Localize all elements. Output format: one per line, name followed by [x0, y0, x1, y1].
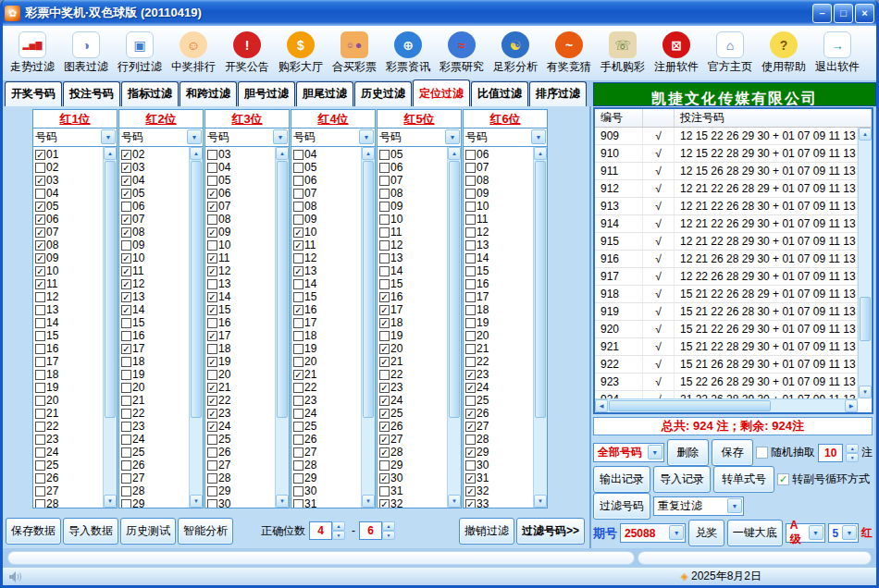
bet-row[interactable]: 912√12 21 22 26 28 29 + 01 07 09 11 13: [595, 180, 858, 198]
number-checkbox[interactable]: ✓: [465, 499, 476, 508]
number-type-combo[interactable]: 号码▼: [119, 129, 203, 147]
number-checkbox[interactable]: [35, 383, 45, 393]
number-checkbox[interactable]: ✓: [465, 473, 476, 484]
scroll-up-icon[interactable]: ▲: [534, 147, 547, 160]
number-checkbox[interactable]: [465, 214, 476, 225]
accuracy-max-spinner[interactable]: ▲▼: [382, 521, 395, 540]
tab-投注号码[interactable]: 投注号码: [63, 81, 120, 106]
number-checkbox[interactable]: [379, 240, 390, 251]
number-checkbox[interactable]: ✓: [121, 305, 131, 315]
number-checkbox[interactable]: [121, 460, 131, 471]
number-checkbox[interactable]: ✓: [121, 150, 131, 160]
minimize-button[interactable]: –: [812, 4, 832, 23]
accuracy-min-input[interactable]: 4: [309, 521, 332, 540]
save-button[interactable]: 保存: [712, 439, 753, 466]
spin-down-icon[interactable]: ▼: [332, 531, 345, 540]
number-checkbox[interactable]: ✓: [121, 214, 131, 225]
number-checkbox[interactable]: ✓: [35, 202, 45, 212]
number-checkbox[interactable]: [35, 499, 45, 508]
number-type-combo[interactable]: 号码▼: [33, 129, 117, 147]
toolbar-soccer-analysis[interactable]: ☯足彩分析: [489, 28, 542, 80]
number-checkbox[interactable]: [35, 447, 45, 458]
number-type-combo[interactable]: 号码▼: [205, 129, 289, 147]
number-checkbox[interactable]: ✓: [379, 473, 390, 484]
number-checkbox[interactable]: ✓: [465, 409, 476, 419]
number-checkbox[interactable]: [465, 460, 476, 471]
spin-up-icon[interactable]: ▲: [846, 444, 859, 453]
number-checkbox[interactable]: ✓: [121, 227, 131, 238]
number-checkbox[interactable]: [207, 163, 217, 173]
number-checkbox[interactable]: [379, 279, 390, 289]
scroll-up-icon[interactable]: ▲: [362, 147, 375, 160]
scroll-up-icon[interactable]: ▲: [104, 147, 117, 160]
number-checkbox[interactable]: ✓: [121, 189, 131, 199]
number-checkbox[interactable]: ✓: [293, 370, 303, 380]
number-checkbox[interactable]: [35, 435, 45, 445]
number-checkbox[interactable]: ✓: [207, 253, 217, 263]
bet-row[interactable]: 918√15 21 22 26 28 29 + 01 07 09 11 13: [595, 286, 858, 303]
number-checkbox[interactable]: ✓: [379, 447, 390, 458]
number-checkbox[interactable]: ✓: [379, 383, 390, 393]
column-header-mark[interactable]: [643, 109, 675, 127]
number-checkbox[interactable]: [35, 292, 45, 302]
number-checkbox[interactable]: [293, 189, 303, 199]
number-checkbox[interactable]: ✓: [379, 435, 390, 445]
spin-down-icon[interactable]: ▼: [846, 453, 859, 462]
import-data-button[interactable]: 导入数据: [63, 518, 118, 545]
number-checkbox[interactable]: [35, 189, 45, 199]
chevron-down-icon[interactable]: ▼: [359, 129, 374, 144]
chevron-down-icon[interactable]: ▼: [273, 129, 288, 144]
loop-mode-checkbox[interactable]: ✓: [777, 473, 789, 485]
spin-up-icon[interactable]: ▲: [382, 521, 395, 531]
number-checkbox[interactable]: ✓: [379, 318, 390, 328]
number-checkbox[interactable]: [35, 396, 45, 406]
scroll-thumb[interactable]: [191, 161, 202, 418]
close-button[interactable]: ×: [855, 4, 874, 23]
number-checkbox[interactable]: [121, 240, 131, 251]
number-checkbox[interactable]: [379, 227, 390, 238]
smart-analysis-button[interactable]: 智能分析: [178, 518, 233, 545]
scope-combo[interactable]: 全部号码 ▼: [593, 443, 664, 462]
number-checkbox[interactable]: ✓: [207, 266, 217, 276]
toolbar-lottery-hall[interactable]: $购彩大厅: [274, 28, 328, 80]
tab-指标过滤[interactable]: 指标过滤: [121, 81, 179, 106]
list-scrollbar[interactable]: ▲▼: [533, 147, 547, 508]
number-checkbox[interactable]: ✓: [35, 279, 45, 289]
toolbar-lottery-news[interactable]: ⊕彩票资讯: [381, 28, 435, 80]
filter-numbers-side-button[interactable]: 过滤号码: [593, 493, 650, 520]
number-checkbox[interactable]: [293, 176, 303, 186]
number-checkbox[interactable]: ✓: [121, 253, 131, 263]
scroll-down-icon[interactable]: ▼: [448, 495, 461, 508]
list-scrollbar[interactable]: ▲▼: [189, 147, 203, 508]
number-checkbox[interactable]: [121, 409, 131, 419]
number-checkbox[interactable]: ✓: [207, 227, 217, 238]
number-checkbox[interactable]: [379, 460, 390, 471]
redeem-button[interactable]: 兑奖: [688, 520, 724, 546]
output-records-button[interactable]: 输出记录: [593, 466, 650, 493]
number-checkbox[interactable]: [35, 331, 45, 341]
number-checkbox[interactable]: [293, 253, 303, 263]
number-checkbox[interactable]: [207, 279, 217, 289]
bet-row[interactable]: 917√12 22 26 28 29 30 + 01 07 09 11 13: [595, 268, 858, 286]
number-checkbox[interactable]: [465, 292, 476, 302]
toolbar-register-software[interactable]: ⊠注册软件: [650, 28, 703, 80]
number-checkbox[interactable]: ✓: [465, 486, 476, 496]
number-checkbox[interactable]: [121, 486, 131, 496]
number-checkbox[interactable]: [121, 370, 131, 380]
import-records-button[interactable]: 导入记录: [653, 466, 711, 493]
number-checkbox[interactable]: [35, 357, 45, 367]
save-data-button[interactable]: 保存数据: [6, 518, 61, 545]
number-checkbox[interactable]: ✓: [207, 396, 217, 406]
chevron-down-icon[interactable]: ▼: [842, 525, 857, 540]
number-checkbox[interactable]: [207, 176, 217, 186]
number-checkbox[interactable]: [121, 435, 131, 445]
toolbar-prize-ranking[interactable]: ☺中奖排行: [167, 28, 220, 80]
number-checkbox[interactable]: [293, 163, 303, 173]
number-checkbox[interactable]: [207, 240, 217, 251]
number-checkbox[interactable]: ✓: [207, 202, 217, 212]
number-checkbox[interactable]: [465, 344, 476, 354]
table-vscroll-thumb[interactable]: [860, 297, 871, 341]
number-type-combo[interactable]: 号码▼: [291, 129, 375, 147]
bet-row[interactable]: 913√12 21 22 26 28 30 + 01 07 09 11 13: [595, 198, 858, 215]
number-checkbox[interactable]: [35, 305, 45, 315]
